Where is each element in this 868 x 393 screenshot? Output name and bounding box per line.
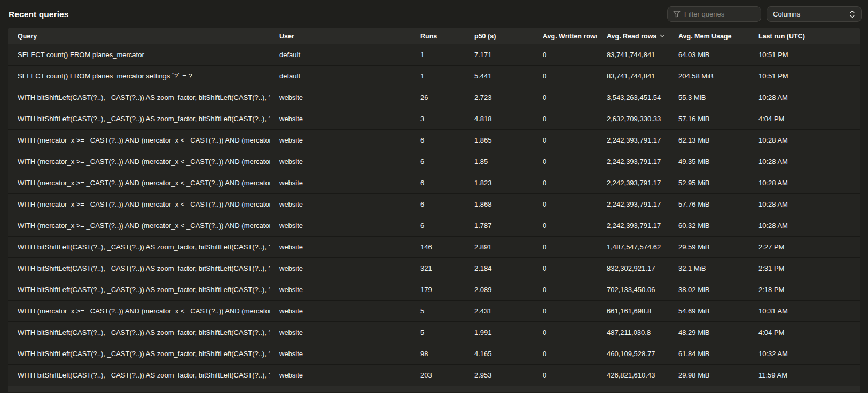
cell-last-run: 10:28 AM	[749, 215, 860, 236]
columns-dropdown[interactable]: Columns	[767, 6, 862, 22]
cell-runs: 26	[411, 87, 465, 108]
cell-avg-written-rows: 0	[533, 172, 597, 193]
cell-avg-written-rows: 0	[533, 194, 597, 215]
cell-p50: 7.171	[465, 44, 533, 65]
column-header-label: Avg. Read rows	[607, 33, 656, 40]
cell-query: WITH bitShiftLeft(CAST(?..), _CAST(?..))…	[8, 108, 270, 129]
cell-p50: 5.441	[465, 66, 533, 87]
cell-p50: 2.431	[465, 301, 533, 321]
cell-avg-mem-usage: 29.59 MiB	[669, 237, 749, 257]
toolbar-controls: Columns	[667, 6, 862, 22]
table-row[interactable]: SELECT count() FROM planes_mercator defa…	[8, 44, 860, 65]
cell-avg-written-rows: 0	[533, 322, 597, 343]
cell-query: WITH bitShiftLeft(CAST(?..), _CAST(?..))…	[8, 365, 270, 386]
table-row[interactable]: WITH bitShiftLeft(CAST(?..), _CAST(?..))…	[8, 343, 860, 364]
cell-last-run: 10:51 PM	[749, 44, 860, 65]
cell-avg-mem-usage: 60.32 MiB	[669, 215, 749, 236]
chevron-up-down-icon	[849, 10, 855, 18]
cell-p50: 4.165	[465, 343, 533, 364]
cell-user: website	[270, 194, 411, 215]
cell-query: WITH bitShiftLeft(CAST(?..), _CAST(?..))…	[8, 87, 270, 108]
cell-avg-mem-usage: 29.98 MiB	[669, 365, 749, 386]
cell-p50: 1.991	[465, 322, 533, 343]
cell-user: website	[270, 108, 411, 129]
table-row[interactable]: WITH (mercator_x >= _CAST(?..)) AND (mer…	[8, 193, 860, 215]
cell-last-run: 11:59 AM	[749, 365, 860, 386]
cell-p50: 1.823	[465, 172, 533, 193]
cell-query: WITH (mercator_x >= _CAST(?..)) AND (mer…	[8, 215, 270, 236]
cell-p50: 2.089	[465, 279, 533, 300]
cell-avg-mem-usage: 204.58 MiB	[669, 66, 749, 87]
cell-avg-read-rows: 2,242,393,791.17	[597, 172, 669, 193]
table-row[interactable]: WITH (mercator_x >= _CAST(?..)) AND (mer…	[8, 151, 860, 172]
cell-avg-mem-usage: 57.76 MiB	[669, 194, 749, 215]
cell-query: WITH bitShiftLeft(CAST(?..), _CAST(?..))…	[8, 279, 270, 300]
cell-avg-written-rows: 0	[533, 365, 597, 386]
column-header-label: Runs	[420, 33, 437, 40]
cell-user: website	[270, 301, 411, 321]
column-header-mem[interactable]: Avg. Mem Usage	[669, 28, 749, 44]
column-header-label: Last run (UTC)	[758, 33, 805, 40]
table-row[interactable]: WITH (mercator_x >= _CAST(?..)) AND (mer…	[8, 129, 860, 151]
column-header-runs[interactable]: Runs	[411, 28, 465, 44]
column-header-query[interactable]: Query	[8, 28, 270, 44]
cell-query: SELECT count() FROM planes_mercator	[8, 44, 270, 65]
cell-p50: 2.891	[465, 237, 533, 257]
table-row[interactable]: WITH (mercator_x >= _CAST(?..)) AND (mer…	[8, 300, 860, 321]
table-row[interactable]: WITH bitShiftLeft(CAST(?..), _CAST(?..))…	[8, 257, 860, 279]
funnel-icon	[673, 11, 681, 18]
table-row[interactable]: WITH bitShiftLeft(CAST(?..), _CAST(?..))…	[8, 108, 860, 129]
cell-query: WITH (mercator_x >= _CAST(?..)) AND (mer…	[8, 130, 270, 151]
cell-avg-read-rows: 2,242,393,791.17	[597, 215, 669, 236]
cell-last-run: 10:28 AM	[749, 172, 860, 193]
table-row[interactable]: WITH bitShiftLeft(CAST(?..), _CAST(?..))…	[8, 87, 860, 108]
table-header-row: Query User Runs p50 (s) Avg. Written row…	[8, 28, 860, 44]
column-header-read[interactable]: Avg. Read rows	[597, 28, 669, 44]
cell-avg-read-rows: 2,242,393,791.17	[597, 194, 669, 215]
cell-query: WITH bitShiftLeft(CAST(?..), _CAST(?..))…	[8, 343, 270, 364]
table-row[interactable]: WITH (mercator_x >= _CAST(?..)) AND (mer…	[8, 215, 860, 236]
table-row[interactable]: WITH bitShiftLeft(CAST(?..), _CAST(?..))…	[8, 321, 860, 343]
column-header-p50[interactable]: p50 (s)	[465, 28, 533, 44]
table-row[interactable]: WITH bitShiftLeft(CAST(?..), _CAST(?..))…	[8, 364, 860, 386]
cell-p50: 2.953	[465, 365, 533, 386]
cell-p50: 4.818	[465, 108, 533, 129]
cell-avg-mem-usage: 49.35 MiB	[669, 151, 749, 172]
cell-last-run: 10:28 AM	[749, 130, 860, 151]
column-header-label: Avg. Mem Usage	[678, 33, 732, 40]
cell-avg-mem-usage: 64.03 MiB	[669, 44, 749, 65]
cell-avg-read-rows: 702,133,450.06	[597, 279, 669, 300]
cell-avg-written-rows: 0	[533, 151, 597, 172]
cell-avg-read-rows: 1,487,547,574.62	[597, 237, 669, 257]
filter-queries-input[interactable]	[684, 10, 755, 18]
cell-user: website	[270, 215, 411, 236]
cell-avg-mem-usage: 62.13 MiB	[669, 130, 749, 151]
cell-query: WITH (mercator_x >= _CAST(?..)) AND (mer…	[8, 301, 270, 321]
table-row[interactable]: WITH bitShiftLeft(CAST(?..), _CAST(?..))…	[8, 236, 860, 257]
cell-user: website	[270, 237, 411, 257]
filter-queries-box[interactable]	[667, 6, 761, 22]
cell-avg-written-rows: 0	[533, 215, 597, 236]
recent-queries-table: Query User Runs p50 (s) Avg. Written row…	[8, 28, 860, 386]
column-header-label: Avg. Written rows	[543, 33, 597, 40]
cell-runs: 6	[411, 151, 465, 172]
column-header-label: Query	[18, 33, 37, 40]
cell-last-run: 10:28 AM	[749, 194, 860, 215]
cell-avg-read-rows: 2,632,709,330.33	[597, 108, 669, 129]
cell-avg-written-rows: 0	[533, 44, 597, 65]
table-row[interactable]: WITH bitShiftLeft(CAST(?..), _CAST(?..))…	[8, 279, 860, 300]
table-row[interactable]: SELECT count() FROM planes_mercator sett…	[8, 65, 860, 87]
cell-runs: 6	[411, 172, 465, 193]
cell-user: default	[270, 66, 411, 87]
column-header-user[interactable]: User	[270, 28, 411, 44]
column-header-written[interactable]: Avg. Written rows	[533, 28, 597, 44]
table-row[interactable]: WITH (mercator_x >= _CAST(?..)) AND (mer…	[8, 172, 860, 193]
column-header-lastrun[interactable]: Last run (UTC)	[749, 28, 860, 44]
table-body: SELECT count() FROM planes_mercator defa…	[8, 44, 860, 386]
cell-avg-read-rows: 3,543,263,451.54	[597, 87, 669, 108]
cell-avg-read-rows: 832,302,921.17	[597, 258, 669, 279]
table-row-partial[interactable]	[8, 386, 860, 392]
cell-avg-mem-usage: 38.02 MiB	[669, 279, 749, 300]
cell-p50: 2.723	[465, 87, 533, 108]
cell-avg-read-rows: 487,211,030.8	[597, 322, 669, 343]
